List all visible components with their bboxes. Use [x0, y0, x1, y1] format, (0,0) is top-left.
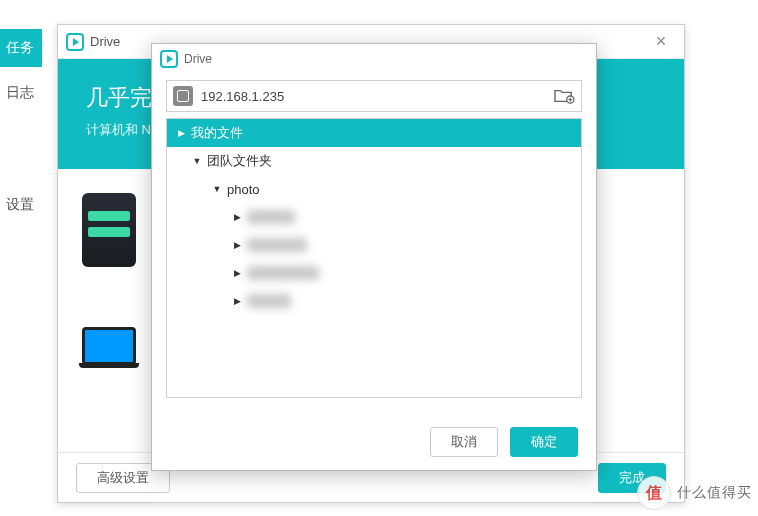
redacted-label — [247, 238, 307, 252]
chevron-right-icon — [231, 296, 243, 306]
redacted-label — [247, 294, 291, 308]
drive-app-icon — [66, 33, 84, 51]
watermark-text: 什么值得买 — [677, 484, 752, 502]
dialog-title: Drive — [184, 52, 212, 66]
ok-button[interactable]: 确定 — [510, 427, 578, 457]
redacted-label — [247, 210, 295, 224]
nas-icon — [173, 86, 193, 106]
tree-node-child[interactable] — [167, 231, 581, 259]
dialog-footer: 取消 确定 — [152, 414, 596, 470]
redacted-label — [247, 266, 319, 280]
new-folder-icon[interactable] — [553, 87, 575, 105]
drive-app-icon — [160, 50, 178, 68]
folder-picker-dialog: Drive 192.168.1.235 我的文件 团队文件夹 photo — [151, 43, 597, 471]
tree-label: 团队文件夹 — [207, 152, 272, 170]
tree-node-child[interactable] — [167, 203, 581, 231]
tree-node-team-folder[interactable]: 团队文件夹 — [167, 147, 581, 175]
sidebar-tab-settings[interactable]: 设置 — [0, 190, 42, 220]
tree-label: 我的文件 — [191, 124, 243, 142]
dialog-body: 192.168.1.235 我的文件 团队文件夹 photo — [152, 74, 596, 414]
dialog-titlebar: Drive — [152, 44, 596, 74]
chevron-right-icon — [231, 240, 243, 250]
watermark: 值 什么值得买 — [637, 476, 752, 510]
sidebar-tab-logs[interactable]: 日志 — [0, 78, 42, 108]
chevron-right-icon — [231, 268, 243, 278]
chevron-right-icon — [231, 212, 243, 222]
tree-node-photo[interactable]: photo — [167, 175, 581, 203]
cancel-button[interactable]: 取消 — [430, 427, 498, 457]
left-sidebar-fragment: 任务 日志 设置 — [0, 0, 42, 516]
address-bar: 192.168.1.235 — [166, 80, 582, 112]
tree-node-child[interactable] — [167, 259, 581, 287]
laptop-icon — [82, 327, 136, 365]
nas-server-icon — [82, 193, 136, 267]
tree-node-my-files[interactable]: 我的文件 — [167, 119, 581, 147]
main-window-title: Drive — [90, 34, 120, 49]
sidebar-tab-tasks[interactable]: 任务 — [0, 29, 42, 67]
folder-tree: 我的文件 团队文件夹 photo — [166, 118, 582, 398]
close-icon[interactable]: × — [646, 27, 676, 57]
tree-label: photo — [227, 182, 260, 197]
chevron-down-icon — [191, 156, 203, 166]
tree-node-child[interactable] — [167, 287, 581, 315]
address-text: 192.168.1.235 — [201, 89, 553, 104]
chevron-right-icon — [175, 128, 187, 138]
watermark-logo-icon: 值 — [637, 476, 671, 510]
chevron-down-icon — [211, 184, 223, 194]
